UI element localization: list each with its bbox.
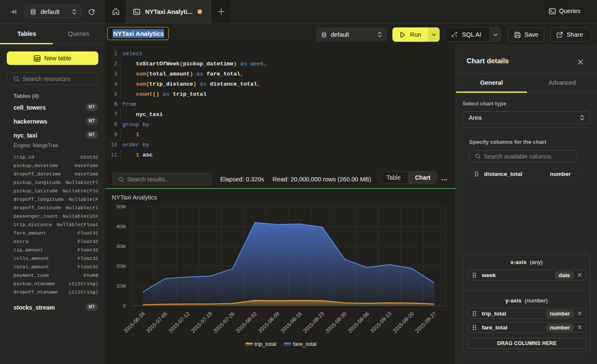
svg-text:2015-08-30: 2015-08-30 [324,311,348,334]
svg-text:2015-07-19: 2015-07-19 [190,311,213,334]
svg-text:fare_total: fare_total [293,341,316,347]
svg-text:0: 0 [123,303,126,308]
svg-text:40M: 40M [116,224,126,229]
svg-text:2015-09-06: 2015-09-06 [347,311,370,334]
svg-text:30M: 30M [116,244,126,249]
svg-text:2015-09-13: 2015-09-13 [369,311,392,334]
svg-text:2015-09-20: 2015-09-20 [392,311,415,334]
svg-text:2015-08-23: 2015-08-23 [302,311,325,334]
svg-text:2015-08-09: 2015-08-09 [257,311,281,334]
svg-text:50M: 50M [116,204,126,209]
svg-text:2015-07-12: 2015-07-12 [167,311,191,334]
svg-text:2015-06-28: 2015-06-28 [123,311,146,334]
svg-text:2015-08-16: 2015-08-16 [280,311,303,334]
svg-text:20M: 20M [116,264,126,269]
svg-text:2015-07-26: 2015-07-26 [212,311,235,334]
svg-text:10M: 10M [116,283,126,289]
svg-text:2015-07-05: 2015-07-05 [145,311,168,334]
svg-text:2015-09-27: 2015-09-27 [414,311,438,334]
svg-text:2015-08-02: 2015-08-02 [235,311,258,334]
svg-text:trip_total: trip_total [254,341,276,347]
